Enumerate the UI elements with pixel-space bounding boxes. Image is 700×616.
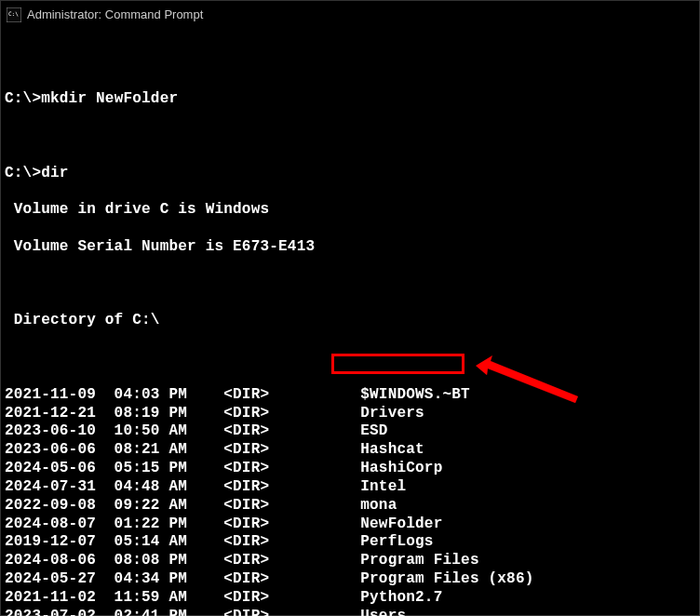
list-item: 2024-08-06 08:08 PM <DIR> Program Files [5, 552, 695, 570]
list-item: 2024-05-27 04:34 PM <DIR> Program Files … [5, 570, 695, 589]
window-titlebar: C:\ _ Administrator: Command Prompt [0, 0, 700, 28]
prompt: C:\> [5, 165, 41, 181]
list-item: 2021-11-02 11:59 AM <DIR> Python2.7 [5, 589, 695, 608]
list-item: 2021-12-21 08:19 PM <DIR> Drivers [5, 405, 695, 423]
window-title: Administrator: Command Prompt [27, 7, 203, 21]
svg-text:_: _ [8, 16, 12, 22]
directory-line: Directory of C:\ [5, 312, 695, 330]
list-item: 2023-07-02 02:41 PM <DIR> Users [5, 608, 695, 616]
list-item: 2024-07-31 04:48 AM <DIR> Intel [5, 478, 695, 497]
command-line-2: C:\>dir [5, 165, 695, 183]
volume-line: Volume in drive C is Windows [5, 201, 695, 220]
cmd-icon: C:\ _ [7, 7, 21, 22]
empty-line [5, 275, 695, 294]
empty-line [5, 349, 695, 368]
empty-line [5, 54, 695, 73]
prompt: C:\> [5, 90, 41, 107]
serial-line: Volume Serial Number is E673-E413 [5, 238, 695, 257]
list-item: 2019-12-07 05:14 AM <DIR> PerfLogs [5, 533, 695, 552]
list-item: 2023-06-06 08:21 AM <DIR> Hashcat [5, 441, 695, 460]
list-item: 2024-08-07 01:22 PM <DIR> NewFolder [5, 516, 695, 534]
directory-listing: 2021-11-09 04:03 PM <DIR> $WINDOWS.~BT20… [5, 386, 695, 616]
command-line-1: C:\>mkdir NewFolder [5, 90, 695, 109]
list-item: 2021-11-09 04:03 PM <DIR> $WINDOWS.~BT [5, 386, 695, 405]
list-item: 2024-05-06 05:15 PM <DIR> HashiCorp [5, 460, 695, 478]
list-item: 2023-06-10 10:50 AM <DIR> ESD [5, 422, 695, 441]
command-text: mkdir NewFolder [41, 90, 178, 107]
list-item: 2022-09-08 09:22 AM <DIR> mona [5, 497, 695, 516]
empty-line [5, 127, 695, 146]
command-text: dir [41, 165, 68, 181]
terminal-output[interactable]: C:\>mkdir NewFolder C:\>dir Volume in dr… [0, 28, 700, 616]
